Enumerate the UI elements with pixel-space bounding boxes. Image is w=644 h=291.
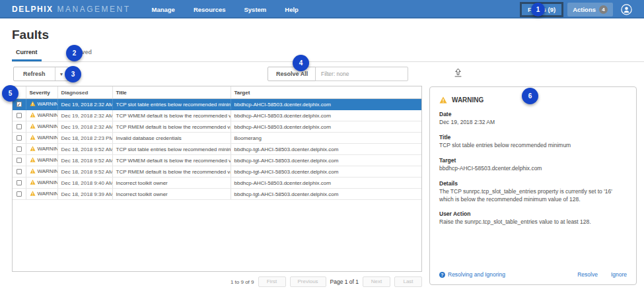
actions-count-badge: 4 bbox=[599, 5, 608, 14]
row-checkbox[interactable] bbox=[17, 180, 22, 185]
diagnosed-cell: Dec 18, 2018 2:23 PM bbox=[57, 133, 112, 144]
target-cell: bbdhcp-AHCI-58503.dcenter.delphix.com bbox=[231, 99, 421, 110]
target-value: bbdhcp-AHCI-58503.dcenter.delphix.com bbox=[439, 165, 627, 173]
menu-item-system[interactable]: System bbox=[235, 6, 276, 13]
row-checkbox[interactable] bbox=[17, 169, 22, 174]
table-row[interactable]: WARNINGDec 18, 2018 9:52 AMTCP RMEM defa… bbox=[13, 166, 421, 178]
title-label: Title bbox=[439, 134, 627, 141]
panel-footer: ? Resolving and Ignoring Resolve Ignore bbox=[439, 271, 627, 278]
warning-icon bbox=[30, 191, 36, 196]
table-row[interactable]: WARNINGDec 19, 2018 2:32 AMTCP RMEM defa… bbox=[13, 121, 421, 133]
resolving-and-ignoring-link[interactable]: ? Resolving and Ignoring bbox=[439, 271, 505, 278]
user-action-label: User Action bbox=[439, 210, 627, 217]
target-cell: bbdhcp-tgt-AHCI-58503.dcenter.delphix.co… bbox=[231, 155, 421, 166]
tab-current[interactable]: Current bbox=[12, 47, 42, 61]
column-header-title[interactable]: Title bbox=[112, 86, 231, 99]
table-row[interactable]: WARNINGDec 19, 2018 2:32 AMTCP WMEM defa… bbox=[13, 110, 421, 121]
first-page-button[interactable]: First bbox=[258, 276, 286, 287]
column-header-target[interactable]: Target bbox=[231, 86, 421, 99]
diagnosed-cell: Dec 18, 2018 9:52 AM bbox=[57, 166, 112, 178]
actions-button[interactable]: Actions 4 bbox=[567, 3, 613, 16]
faults-table: Severity Diagnosed Title Target ✓WARNING… bbox=[13, 86, 421, 200]
brand-primary: DELPHIX bbox=[12, 5, 54, 14]
diagnosed-cell: Dec 18, 2018 9:39 AM bbox=[57, 189, 112, 200]
target-cell: bbdhcp-AHCI-58503.dcenter.delphix.com bbox=[231, 110, 421, 121]
title-cell: TCP WMEM default is below the recommende… bbox=[112, 155, 231, 166]
column-header-diagnosed[interactable]: Diagnosed bbox=[57, 86, 112, 99]
last-page-button[interactable]: Last bbox=[394, 276, 422, 287]
table-row[interactable]: WARNINGDec 18, 2018 9:39 AMIncorrect too… bbox=[13, 189, 421, 200]
details-value: The TCP sunrpc.tcp_slot_table_entries pr… bbox=[439, 188, 627, 204]
title-cell: Invalid database credentials bbox=[112, 133, 231, 144]
user-profile-icon[interactable] bbox=[621, 4, 632, 15]
callout-6: 6 bbox=[522, 88, 538, 104]
menu-item-manage[interactable]: Manage bbox=[143, 6, 184, 13]
diagnosed-cell: Dec 18, 2018 9:52 AM bbox=[57, 155, 112, 166]
title-cell: TCP slot table entries below recommended… bbox=[112, 144, 231, 155]
target-cell: bbdhcp-AHCI-58503.dcenter.delphix.com bbox=[231, 178, 421, 189]
fault-details-panel: WARNING Date Dec 19, 2018 2:32 AM Title … bbox=[429, 86, 637, 285]
table-row[interactable]: WARNINGDec 18, 2018 9:40 AMIncorrect too… bbox=[13, 178, 421, 189]
row-checkbox[interactable] bbox=[17, 158, 22, 163]
previous-page-button[interactable]: Previous bbox=[290, 276, 326, 287]
warning-icon bbox=[30, 146, 36, 151]
table-row[interactable]: WARNINGDec 18, 2018 9:52 AMTCP WMEM defa… bbox=[13, 155, 421, 166]
row-checkbox[interactable] bbox=[17, 124, 22, 129]
severity-cell: WARNING bbox=[26, 166, 57, 178]
warning-icon bbox=[30, 179, 36, 185]
faults-table-container: Severity Diagnosed Title Target ✓WARNING… bbox=[12, 86, 422, 272]
severity-cell: WARNING bbox=[26, 133, 57, 144]
column-header-severity[interactable]: Severity bbox=[26, 86, 57, 99]
table-row[interactable]: WARNINGDec 18, 2018 2:23 PMInvalid datab… bbox=[13, 133, 421, 144]
severity-cell: WARNING bbox=[26, 144, 57, 155]
title-cell: Incorrect toolkit owner bbox=[112, 189, 231, 200]
top-navigation-bar: DELPHIX MANAGEMENT ManageResourcesSystem… bbox=[0, 0, 644, 18]
target-label: Target bbox=[439, 157, 627, 164]
title-value: TCP slot table entries below recommended… bbox=[439, 142, 627, 150]
table-row[interactable]: WARNINGDec 18, 2018 9:52 AMTCP slot tabl… bbox=[13, 144, 421, 155]
pagination: 1 to 9 of 9 First Previous Page 1 of 1 N… bbox=[12, 276, 422, 287]
title-cell: TCP WMEM default is below the recommende… bbox=[112, 110, 231, 121]
menu-item-help[interactable]: Help bbox=[275, 6, 308, 13]
diagnosed-cell: Dec 18, 2018 9:52 AM bbox=[57, 144, 112, 155]
actions-button-label: Actions bbox=[573, 6, 596, 13]
title-cell: TCP RMEM default is below the recommende… bbox=[112, 121, 231, 133]
callout-1: 1 bbox=[531, 3, 545, 16]
export-icon bbox=[453, 68, 463, 78]
table-row[interactable]: ✓WARNINGDec 19, 2018 2:32 AMTCP slot tab… bbox=[13, 99, 421, 110]
help-link-label: Resolving and Ignoring bbox=[448, 271, 505, 278]
ignore-link[interactable]: Ignore bbox=[611, 271, 627, 278]
details-label: Details bbox=[439, 180, 627, 187]
severity-cell: WARNING bbox=[26, 110, 57, 121]
row-checkbox[interactable] bbox=[17, 146, 22, 152]
export-button[interactable] bbox=[453, 68, 463, 80]
target-cell: bbdhcp-AHCI-58503.dcenter.delphix.com bbox=[231, 121, 421, 133]
next-page-button[interactable]: Next bbox=[363, 276, 390, 287]
title-cell: TCP RMEM default is below the recommende… bbox=[112, 166, 231, 178]
resolve-all-button[interactable]: Resolve All bbox=[268, 67, 316, 81]
resolve-link[interactable]: Resolve bbox=[577, 271, 598, 278]
pagination-range: 1 to 9 of 9 bbox=[231, 279, 254, 285]
warning-icon bbox=[30, 123, 36, 129]
page-title: Faults bbox=[12, 28, 49, 42]
brand-secondary: MANAGEMENT bbox=[57, 5, 131, 14]
warning-icon bbox=[439, 96, 447, 104]
tabs-bar: Current Archived bbox=[12, 47, 644, 62]
filter-input[interactable] bbox=[315, 67, 408, 81]
row-checkbox[interactable] bbox=[17, 113, 22, 118]
diagnosed-cell: Dec 19, 2018 2:32 AM bbox=[57, 99, 112, 110]
row-checkbox-checked[interactable]: ✓ bbox=[17, 102, 22, 107]
callout-2: 2 bbox=[66, 45, 83, 61]
menu-item-resources[interactable]: Resources bbox=[184, 6, 235, 13]
severity-cell: WARNING bbox=[26, 121, 57, 133]
target-cell: bbdhcp-tgt-AHCI-58503.dcenter.delphix.co… bbox=[231, 166, 421, 178]
row-checkbox[interactable] bbox=[17, 191, 22, 197]
severity-cell: WARNING bbox=[26, 155, 57, 166]
warning-icon bbox=[30, 157, 36, 162]
target-cell: Boomerang bbox=[231, 133, 421, 144]
severity-cell: WARNING bbox=[26, 99, 57, 110]
chevron-down-icon: ▼ bbox=[59, 72, 64, 77]
refresh-button[interactable]: Refresh bbox=[14, 67, 55, 81]
row-checkbox[interactable] bbox=[17, 135, 22, 141]
table-body: ✓WARNINGDec 19, 2018 2:32 AMTCP slot tab… bbox=[13, 99, 421, 200]
